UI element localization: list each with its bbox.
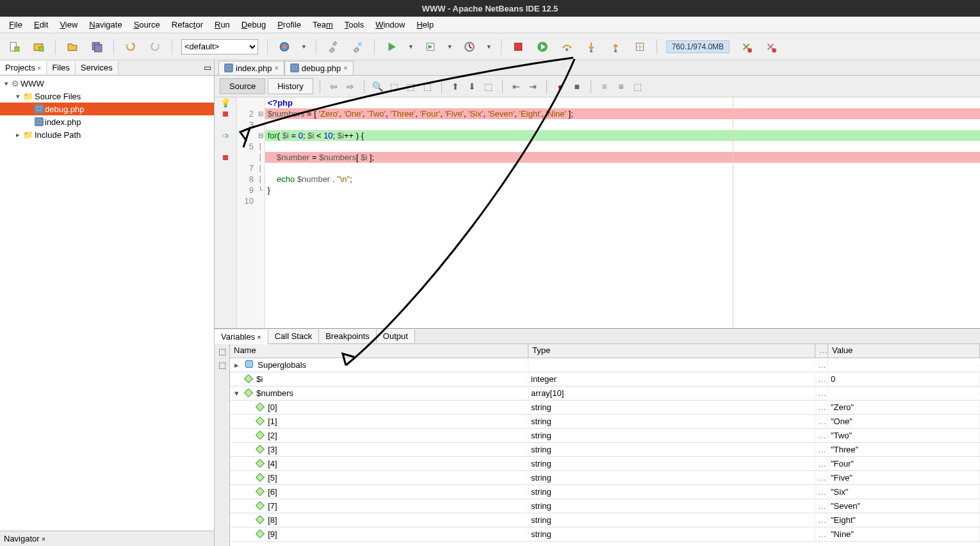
history-tab[interactable]: History bbox=[268, 78, 313, 94]
watch-refresh-icon[interactable]: ⬚ bbox=[218, 360, 226, 370]
bookmark-toggle-icon[interactable]: ⬚ bbox=[482, 79, 496, 94]
find-next-icon[interactable]: ⬚ bbox=[404, 79, 418, 94]
menu-refactor[interactable]: Refactor bbox=[167, 19, 208, 31]
redo-icon[interactable] bbox=[147, 39, 163, 54]
source-tab[interactable]: Source bbox=[220, 78, 265, 94]
tree-folder-include[interactable]: ▸📁Include Path bbox=[0, 128, 214, 141]
find-prev-icon[interactable]: ⬚ bbox=[388, 79, 402, 94]
close-icon[interactable]: × bbox=[343, 64, 347, 72]
memory-indicator[interactable]: 760.1/974.0MB bbox=[666, 40, 730, 53]
menu-team[interactable]: Team bbox=[307, 19, 338, 31]
macro-record-icon[interactable]: ● bbox=[553, 79, 568, 94]
menu-run[interactable]: Run bbox=[209, 19, 235, 31]
tab-index[interactable]: ⬚index.php× bbox=[218, 61, 284, 75]
menu-navigate[interactable]: Navigate bbox=[84, 19, 127, 31]
config-select[interactable]: <default> bbox=[181, 39, 258, 54]
new-project-icon[interactable] bbox=[31, 39, 46, 54]
tab-breakpoints[interactable]: Breakpoints bbox=[319, 329, 377, 343]
settings-icon[interactable] bbox=[763, 39, 778, 54]
menu-source[interactable]: Source bbox=[129, 19, 165, 31]
variable-row[interactable]: ▾ $numbersarray[10]… bbox=[230, 386, 980, 401]
menu-help[interactable]: Help bbox=[411, 19, 439, 31]
menu-tools[interactable]: Tools bbox=[339, 19, 369, 31]
variable-row[interactable]: [6]string…"Six" bbox=[230, 485, 980, 499]
undo-icon[interactable] bbox=[123, 39, 138, 54]
code-area[interactable]: <?php $numbers = [ 'Zero', 'One', 'Two',… bbox=[265, 97, 980, 328]
tab-files[interactable]: Files bbox=[47, 61, 75, 74]
variable-row[interactable]: [1]string…"One" bbox=[230, 415, 980, 429]
comment-icon[interactable]: ≡ bbox=[598, 79, 612, 94]
tab-debug[interactable]: ⬚debug.php× bbox=[284, 61, 354, 75]
uncomment-icon[interactable]: ≡ bbox=[614, 79, 628, 94]
tab-variables[interactable]: Variables× bbox=[215, 330, 268, 344]
variable-row[interactable]: ▸ Superglobals… bbox=[230, 358, 980, 372]
browser-icon[interactable] bbox=[277, 39, 292, 54]
continue-icon[interactable] bbox=[535, 39, 550, 54]
tab-output[interactable]: Output bbox=[377, 329, 415, 343]
menu-debug[interactable]: Debug bbox=[236, 19, 271, 31]
bookmark-prev-icon[interactable]: ⬆ bbox=[448, 79, 462, 94]
variable-row[interactable]: [4]string…"Four" bbox=[230, 457, 980, 471]
tab-projects[interactable]: Projects× bbox=[0, 61, 47, 74]
dropdown-icon[interactable]: ▼ bbox=[447, 44, 453, 50]
highlight-icon[interactable]: ⬚ bbox=[421, 79, 435, 94]
menu-view[interactable]: View bbox=[54, 19, 83, 31]
variable-row[interactable]: [0]string…"Zero" bbox=[230, 401, 980, 415]
watch-add-icon[interactable]: ⬚ bbox=[218, 347, 226, 356]
save-all-icon[interactable] bbox=[89, 39, 104, 54]
tree-file-debug[interactable]: ⬚debug.php bbox=[0, 103, 214, 115]
dropdown-icon[interactable]: ▼ bbox=[486, 44, 492, 50]
tree-file-index[interactable]: ⬚index.php bbox=[0, 115, 214, 128]
more-icon[interactable]: ⬚ bbox=[631, 79, 645, 94]
menu-file[interactable]: File bbox=[4, 19, 28, 31]
gc-icon[interactable] bbox=[739, 39, 754, 54]
run-icon[interactable] bbox=[384, 39, 399, 54]
nav-fwd-icon[interactable]: ⇨ bbox=[343, 79, 357, 94]
code-editor[interactable]: 💡 ➩ 23578910 ⊟⊟││││└ bbox=[215, 97, 980, 328]
shift-left-icon[interactable]: ⇤ bbox=[509, 79, 523, 94]
debug-project-icon[interactable] bbox=[423, 39, 438, 54]
col-name[interactable]: Name bbox=[230, 344, 528, 358]
macro-stop-icon[interactable]: ■ bbox=[570, 79, 584, 94]
variable-row[interactable]: $iinteger…0 bbox=[230, 372, 980, 386]
variable-row[interactable]: [3]string…"Three" bbox=[230, 443, 980, 457]
close-icon[interactable]: × bbox=[257, 333, 261, 341]
profile-icon[interactable] bbox=[462, 39, 477, 54]
close-icon[interactable]: × bbox=[37, 64, 41, 72]
step-over-icon[interactable] bbox=[559, 39, 575, 54]
shift-right-icon[interactable]: ⇥ bbox=[526, 79, 540, 94]
variable-row[interactable]: [8]string…"Eight" bbox=[230, 513, 980, 527]
clean-build-icon[interactable] bbox=[350, 39, 365, 54]
variable-row[interactable]: [7]string…"Seven" bbox=[230, 499, 980, 513]
col-value[interactable]: Value bbox=[828, 344, 980, 358]
tree-root[interactable]: ▾⚙WWW bbox=[0, 77, 214, 90]
close-icon[interactable]: × bbox=[274, 64, 278, 72]
menu-profile[interactable]: Profile bbox=[272, 19, 306, 31]
col-type[interactable]: Type bbox=[528, 344, 815, 358]
close-icon[interactable]: × bbox=[42, 535, 45, 543]
dropdown-icon[interactable]: ▼ bbox=[408, 44, 414, 50]
tab-callstack[interactable]: Call Stack bbox=[268, 329, 320, 343]
open-project-icon[interactable] bbox=[65, 39, 80, 54]
dropdown-icon[interactable]: ▼ bbox=[301, 44, 307, 50]
stop-debug-icon[interactable] bbox=[510, 39, 526, 54]
step-out-icon[interactable] bbox=[608, 39, 623, 54]
build-icon[interactable] bbox=[325, 39, 341, 54]
minimize-icon[interactable]: ▭ bbox=[204, 63, 211, 72]
variable-row[interactable]: [9]string…"Nine" bbox=[230, 527, 980, 542]
fold-gutter[interactable]: ⊟⊟││││└ bbox=[256, 97, 265, 328]
step-into-icon[interactable] bbox=[584, 39, 599, 54]
new-file-icon[interactable] bbox=[6, 39, 22, 54]
bookmark-next-icon[interactable]: ⬇ bbox=[465, 79, 479, 94]
navigator-panel[interactable]: Navigator× bbox=[0, 531, 214, 546]
menu-window[interactable]: Window bbox=[370, 19, 410, 31]
tree-folder-source[interactable]: ▾📁Source Files bbox=[0, 90, 214, 103]
variables-table[interactable]: Name Type … Value ▸ Superglobals… $iinte… bbox=[230, 344, 980, 546]
run-to-cursor-icon[interactable] bbox=[632, 39, 648, 54]
variable-row[interactable]: [5]string…"Five" bbox=[230, 471, 980, 485]
nav-back-icon[interactable]: ⇦ bbox=[327, 79, 341, 94]
menu-edit[interactable]: Edit bbox=[29, 19, 53, 31]
variable-row[interactable]: [2]string…"Two" bbox=[230, 429, 980, 443]
tab-services[interactable]: Services bbox=[76, 61, 118, 74]
find-icon[interactable]: 🔍 bbox=[371, 79, 385, 94]
